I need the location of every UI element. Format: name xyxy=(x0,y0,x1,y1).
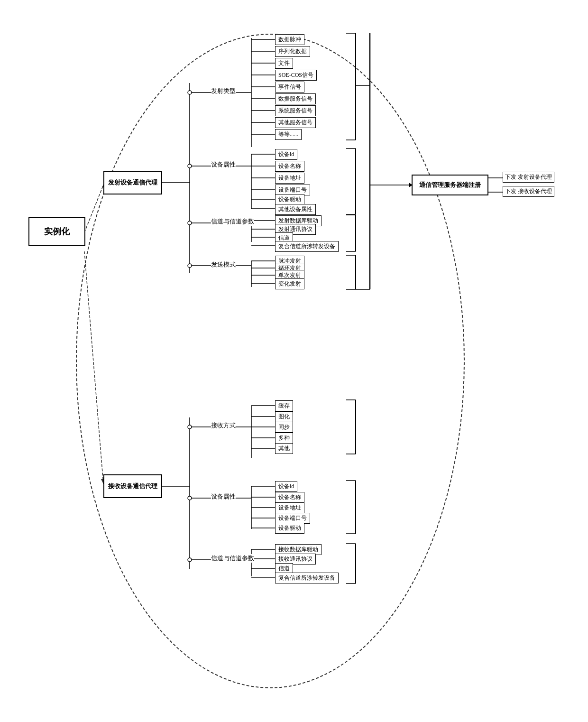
receiver-category-she-bei2: 设备属性 xyxy=(211,492,236,501)
sender-leaf-s3-4: 复合信道所涉转发设备 xyxy=(275,241,339,252)
sender-leaf-s1-4: SOE-COS信号 xyxy=(275,70,317,81)
receiver-category-xin-dao2: 信道与信道参数 xyxy=(211,554,254,563)
sender-leaf-s4-4: 变化发射 xyxy=(275,278,304,289)
sender-leaf-s1-1: 数据脉冲 xyxy=(275,34,304,45)
sender-leaf-s1-6: 数据服务信号 xyxy=(275,93,316,104)
sender-category-fa-song-mo-shi: 发送模式 xyxy=(211,260,236,269)
sender-category-xin-dao: 信道与信道参数 xyxy=(211,217,254,226)
sender-leaf-s1-7: 系统服务信号 xyxy=(275,105,316,116)
receiver-leaf-r1-4: 多种 xyxy=(275,433,293,444)
comm-output-1: 下发 发射设备代理 xyxy=(503,172,554,183)
receiver-leaf-r1-3: 同步 xyxy=(275,422,293,433)
receiver-leaf-r2-1: 设备id xyxy=(275,481,297,492)
receiver-leaf-r2-2: 设备名称 xyxy=(275,492,304,503)
ellipse-border xyxy=(76,34,465,688)
receiver-agent-box: 接收设备通信代理 xyxy=(103,474,162,498)
sender-leaf-s1-5: 事件信号 xyxy=(275,82,304,93)
diagram-container: 实例化 发射设备通信代理 接收设备通信代理 通信管理服务器端注册 下发 发射设备… xyxy=(0,0,588,722)
receiver-leaf-r2-4: 设备端口号 xyxy=(275,513,310,524)
sender-leaf-s2-5: 设备驱动 xyxy=(275,194,304,205)
receiver-category-jie-shou: 接收方式 xyxy=(211,421,236,430)
comm-server-box: 通信管理服务器端注册 xyxy=(412,175,488,195)
sender-leaf-s1-9: 等等...... xyxy=(275,129,302,140)
sender-leaf-s1-8: 其他服务信号 xyxy=(275,117,316,128)
receiver-leaf-r1-2: 图化 xyxy=(275,411,293,422)
comm-output-2: 下发 接收设备代理 xyxy=(503,186,554,197)
sender-leaf-s2-3: 设备地址 xyxy=(275,173,304,184)
receiver-leaf-r1-5: 其他 xyxy=(275,443,293,454)
sender-leaf-s1-2: 序列化数据 xyxy=(275,46,310,57)
sender-leaf-s2-6: 其他设备属性 xyxy=(275,204,316,215)
sender-category-fa-lei-xing: 发射类型 xyxy=(211,87,236,95)
sender-leaf-s2-2: 设备名称 xyxy=(275,161,304,172)
instantiation-box: 实例化 xyxy=(28,217,85,246)
receiver-leaf-r2-3: 设备地址 xyxy=(275,502,304,513)
receiver-leaf-r2-5: 设备驱动 xyxy=(275,523,304,534)
sender-agent-box: 发射设备通信代理 xyxy=(103,171,162,194)
receiver-leaf-r1-1: 缓存 xyxy=(275,400,293,411)
sender-leaf-s2-1: 设备id xyxy=(275,149,297,160)
receiver-leaf-r3-4: 复合信道所涉转发设备 xyxy=(275,573,339,583)
sender-category-she-bei: 设备属性 xyxy=(211,160,236,169)
sender-leaf-s1-3: 文件 xyxy=(275,58,293,69)
